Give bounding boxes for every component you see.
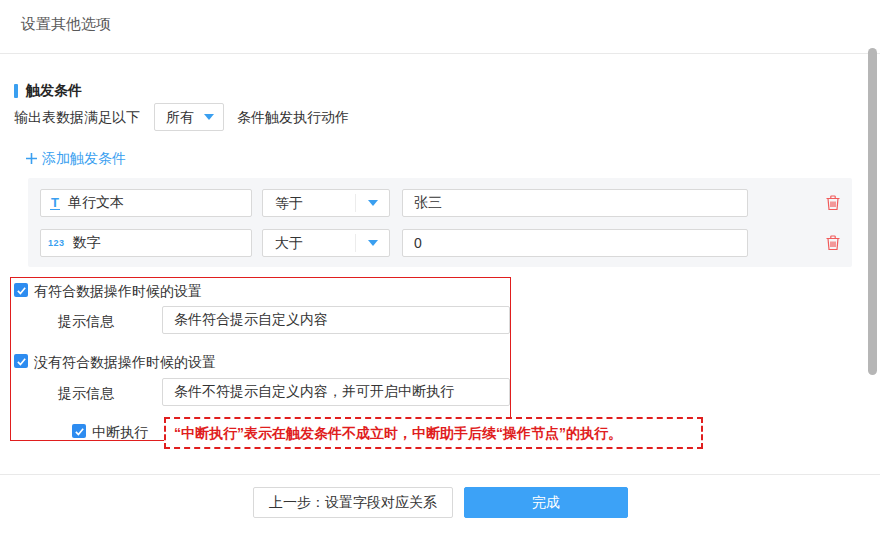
condition-field-select[interactable]: T 单行文本 bbox=[40, 189, 252, 217]
add-trigger-condition-label: 添加触发条件 bbox=[42, 149, 126, 167]
matched-settings-label: 有符合数据操作时候的设置 bbox=[34, 284, 202, 298]
condition-operator-select[interactable]: 大于 bbox=[262, 229, 390, 257]
condition-operator-value: 等于 bbox=[275, 190, 303, 216]
match-mode-suffix-text: 条件触发执行动作 bbox=[237, 103, 349, 131]
select-divider bbox=[355, 194, 356, 212]
condition-field-label: 数字 bbox=[73, 234, 101, 252]
delete-condition-button[interactable] bbox=[824, 234, 842, 252]
trigger-conditions-heading: 触发条件 bbox=[26, 82, 82, 100]
chevron-down-icon bbox=[368, 240, 378, 246]
add-trigger-condition-link[interactable]: 添加触发条件 bbox=[25, 149, 126, 167]
section-accent-bar bbox=[14, 84, 18, 98]
unmatched-settings-checkbox[interactable] bbox=[14, 354, 28, 368]
text-field-icon: T bbox=[50, 196, 60, 210]
footer-divider bbox=[0, 474, 880, 475]
trash-icon bbox=[824, 234, 842, 252]
chevron-down-icon bbox=[368, 200, 378, 206]
matched-prompt-input[interactable] bbox=[162, 306, 510, 334]
condition-field-select[interactable]: 123 数字 bbox=[40, 229, 252, 257]
prompt-message-label: 提示信息 bbox=[58, 385, 114, 403]
unmatched-prompt-input[interactable] bbox=[162, 378, 510, 406]
select-divider bbox=[355, 234, 356, 252]
plus-icon bbox=[25, 152, 38, 165]
interrupt-execution-checkbox[interactable] bbox=[72, 424, 86, 438]
check-icon bbox=[16, 356, 27, 367]
delete-condition-button[interactable] bbox=[824, 194, 842, 212]
matched-settings-checkbox[interactable] bbox=[14, 283, 28, 297]
unmatched-settings-label: 没有符合数据操作时候的设置 bbox=[34, 355, 216, 369]
match-mode-select[interactable]: 所有 bbox=[154, 103, 224, 131]
previous-step-button[interactable]: 上一步：设置字段对应关系 bbox=[253, 487, 453, 518]
vertical-scrollbar-thumb[interactable] bbox=[868, 48, 877, 375]
finish-button[interactable]: 完成 bbox=[464, 487, 628, 518]
chevron-down-icon bbox=[204, 114, 214, 120]
dialog-title: 设置其他选项 bbox=[21, 15, 111, 34]
condition-value-input[interactable] bbox=[402, 229, 748, 257]
condition-operator-value: 大于 bbox=[275, 230, 303, 256]
condition-operator-select[interactable]: 等于 bbox=[262, 189, 390, 217]
match-mode-value: 所有 bbox=[166, 104, 194, 130]
match-mode-prefix-text: 输出表数据满足以下 bbox=[14, 103, 140, 131]
annotation-note: “中断执行”表示在触发条件不成立时，中断助手后续“操作节点”的执行。 bbox=[164, 417, 703, 449]
interrupt-execution-label: 中断执行 bbox=[92, 425, 148, 439]
check-icon bbox=[16, 285, 27, 296]
condition-field-label: 单行文本 bbox=[68, 194, 124, 212]
prompt-message-label: 提示信息 bbox=[58, 313, 114, 331]
number-field-icon: 123 bbox=[48, 238, 65, 248]
set-other-options-dialog: 设置其他选项 触发条件 输出表数据满足以下 所有 条件触发执行动作 添加触发条件… bbox=[0, 0, 880, 534]
check-icon bbox=[74, 426, 85, 437]
header-divider bbox=[0, 53, 880, 54]
condition-value-input[interactable] bbox=[402, 189, 748, 217]
trash-icon bbox=[824, 194, 842, 212]
